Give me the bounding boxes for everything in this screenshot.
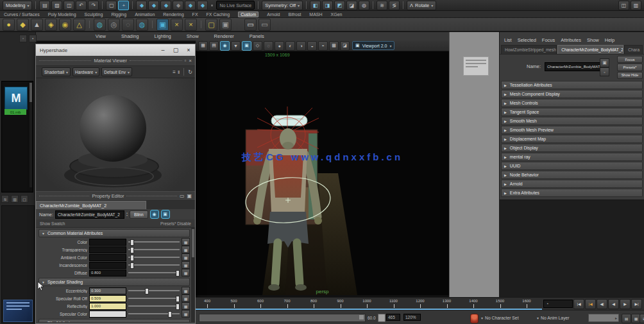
- menu-set-dropdown[interactable]: Modeling▾: [3, 1, 32, 10]
- ae-section-mental-ray[interactable]: ▶mental ray: [501, 153, 643, 161]
- texture-map-icon[interactable]: ▦: [182, 269, 190, 277]
- image-plane-icon[interactable]: ▣: [242, 41, 251, 51]
- modeling-toolkit-icon[interactable]: ▣: [157, 19, 169, 31]
- sticky-note[interactable]: [463, 56, 489, 76]
- grid-view-icon[interactable]: ▥: [11, 195, 19, 203]
- channel-box-toggle-icon[interactable]: ▥: [631, 1, 641, 10]
- pe-dock-icon[interactable]: ▭: [180, 193, 185, 199]
- strip-dock-icon[interactable]: ▫: [19, 35, 27, 42]
- viewer-dock-icon[interactable]: ▫: [185, 58, 187, 64]
- viewer-dropdown-2[interactable]: Default Env▾: [101, 67, 132, 76]
- step-back-key-button[interactable]: |◀: [585, 299, 596, 309]
- snap-to-point-icon[interactable]: ◆: [160, 1, 171, 10]
- open-scene-icon[interactable]: ▨: [51, 1, 62, 10]
- list-view-icon[interactable]: ≋: [1, 195, 9, 203]
- attribute-slider[interactable]: [128, 249, 180, 250]
- poly-sphere-icon[interactable]: ●: [3, 19, 15, 31]
- textured-display-icon[interactable]: ◐: [285, 41, 295, 51]
- ae-section-node-behavior[interactable]: ▶Node Behavior: [501, 171, 643, 179]
- material-type-button[interactable]: Blinn: [130, 210, 148, 219]
- name-spinner[interactable]: ▴▾: [126, 212, 128, 217]
- sidebar-toggle-icon[interactable]: ◫: [618, 1, 629, 10]
- fps-knob[interactable]: [378, 314, 386, 322]
- maximize-icon[interactable]: ▢: [169, 44, 182, 56]
- section-header-1[interactable]: ▼Specular Shading: [38, 278, 190, 286]
- ae-section-smooth-mesh-preview[interactable]: ▶Smooth Mesh Preview: [501, 126, 643, 134]
- section-header-0[interactable]: ▼Common Material Attributes: [38, 229, 190, 237]
- viewport-menu-show[interactable]: Show: [187, 33, 199, 39]
- browser-scrollbar[interactable]: [30, 83, 32, 187]
- lighting-icon[interactable]: ◑: [296, 41, 306, 51]
- render-settings-icon[interactable]: ◪: [346, 1, 357, 10]
- shelf-tab-bifrost[interactable]: Bifrost: [289, 12, 301, 17]
- play-backwards-button[interactable]: ◀: [608, 299, 619, 309]
- ae-tab-1[interactable]: CharacterMrZombie_BodyMAT_2: [557, 45, 623, 54]
- save-scene-icon[interactable]: ◫: [64, 1, 74, 10]
- symmetry-dropdown[interactable]: Symmetry: Off▾: [262, 1, 303, 10]
- maya-file-icon[interactable]: M: [4, 87, 28, 110]
- merge-vertices-icon[interactable]: ×: [185, 19, 197, 31]
- frame-selected-icon[interactable]: ▭: [244, 19, 257, 31]
- shelf-tab-fx-caching[interactable]: FX Caching: [207, 12, 230, 17]
- ae-section-object-display[interactable]: ▶Object Display: [501, 144, 643, 152]
- poly-cone-icon[interactable]: △: [73, 19, 85, 31]
- poly-torus-icon[interactable]: ◈: [45, 19, 57, 31]
- shelf-tab-xgen[interactable]: XGen: [331, 12, 343, 17]
- poly-plane-icon[interactable]: ▲: [31, 19, 43, 31]
- minimize-icon[interactable]: –: [157, 44, 169, 56]
- smooth-mesh-icon[interactable]: ◍: [94, 19, 106, 31]
- make-live-icon[interactable]: ◆: [197, 1, 208, 10]
- sculpt-tool-icon[interactable]: ◎: [108, 19, 120, 31]
- open-in-editor-icon[interactable]: ▣: [161, 210, 170, 219]
- snap-to-grid-icon[interactable]: ◆: [136, 1, 147, 10]
- viewport-menu-view[interactable]: View: [96, 33, 106, 39]
- camera-attributes-icon[interactable]: ◉: [220, 41, 230, 51]
- filter-icon[interactable]: ▢: [21, 195, 28, 203]
- ae-pin-icon[interactable]: ▣: [600, 58, 609, 67]
- shelf-tab-curves-surfaces[interactable]: Curves / Surfaces: [4, 12, 40, 17]
- attribute-slider[interactable]: [128, 272, 180, 273]
- tool-dropdown[interactable]: ΛRotate▾: [407, 1, 436, 10]
- viewport-menu-shading[interactable]: Shading: [121, 33, 139, 39]
- viewer-dropdown-0[interactable]: Shaderball▾: [42, 67, 71, 76]
- ae-tab-0[interactable]: HowlZombieStripped_mesh: [501, 45, 557, 54]
- redo-icon[interactable]: ↷: [88, 1, 99, 10]
- ae-section-uuid[interactable]: ▶UUID: [501, 162, 643, 170]
- ae-menu-list[interactable]: List: [504, 37, 512, 43]
- live-surface-field[interactable]: No Live Surface: [216, 1, 255, 10]
- select-tool-icon[interactable]: ▢: [106, 1, 117, 10]
- renderer-dropdown[interactable]: ▣Viewport 2.0▾: [352, 41, 394, 50]
- show-hide-button[interactable]: Show Hide: [617, 72, 643, 79]
- quad-draw-icon[interactable]: ◌: [122, 19, 134, 31]
- lock-camera-icon[interactable]: ▤: [209, 41, 219, 51]
- script-editor-icon[interactable]: ▤: [622, 314, 631, 323]
- slider-handle[interactable]: [176, 303, 180, 310]
- texture-map-icon[interactable]: ▦: [182, 302, 190, 310]
- anim-layer-dropdown[interactable]: ▾No Anim Layer: [537, 314, 570, 322]
- strip-close-icon[interactable]: ▪: [29, 35, 37, 42]
- bevel-icon[interactable]: ▣: [219, 19, 232, 31]
- ambient-occlusion-icon[interactable]: ◓: [318, 41, 328, 51]
- bookmark-icon[interactable]: ▼: [231, 41, 241, 51]
- pe-scrollbar[interactable]: [191, 228, 195, 322]
- attribute-value-field[interactable]: [89, 239, 126, 246]
- go-to-start-button[interactable]: |◀: [573, 299, 584, 309]
- move-tool-icon[interactable]: +: [118, 1, 129, 10]
- motion-blur-icon[interactable]: ▩: [329, 41, 339, 51]
- slider-handle[interactable]: [168, 311, 172, 318]
- ae-name-field[interactable]: CharacterMrZombie_BodyMAT_2: [545, 62, 602, 71]
- ae-menu-selected[interactable]: Selected: [518, 37, 536, 43]
- attribute-value-field[interactable]: 0.300: [89, 287, 126, 294]
- attribute-value-field[interactable]: [89, 311, 126, 318]
- shelf-tab-fx[interactable]: FX: [192, 12, 198, 17]
- poly-cube-icon[interactable]: ◆: [17, 19, 29, 31]
- attribute-value-field[interactable]: 0.800: [89, 269, 126, 277]
- attribute-slider[interactable]: [128, 257, 180, 258]
- slider-handle[interactable]: [130, 262, 134, 269]
- viewport-menu-renderer[interactable]: Renderer: [214, 33, 234, 39]
- play-forwards-button[interactable]: ▶: [620, 299, 631, 309]
- shelf-tab-arnold[interactable]: Arnold: [267, 12, 280, 17]
- viewer-swatch-size-icon[interactable]: ≡: [173, 69, 176, 75]
- shelf-tab-custom[interactable]: Custom: [238, 12, 258, 17]
- target-weld-icon[interactable]: ×: [171, 19, 183, 31]
